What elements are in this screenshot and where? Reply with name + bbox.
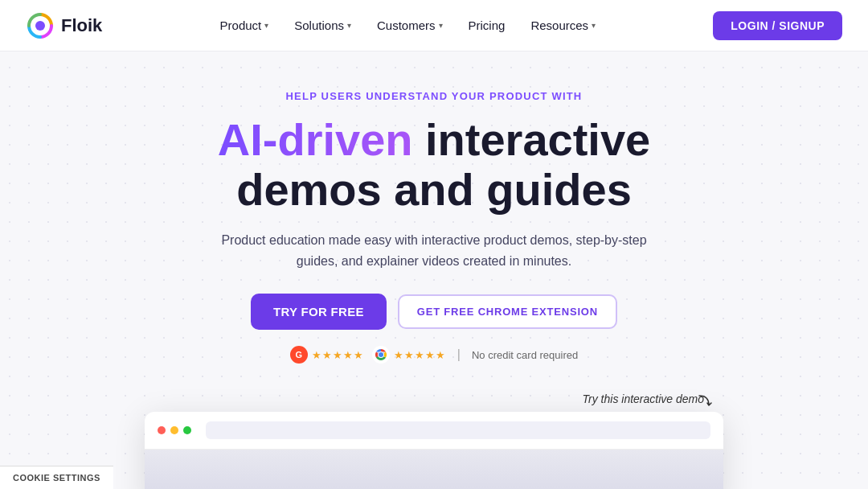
chevron-down-icon: ▾	[439, 21, 443, 30]
try-demo-wrapper: Try this interactive demo	[145, 376, 723, 405]
get-chrome-extension-button[interactable]: GET FREE CHROME EXTENSION	[398, 294, 617, 329]
browser-dot-green	[183, 426, 191, 434]
try-demo-label: Try this interactive demo	[583, 392, 704, 405]
demo-browser-window	[145, 412, 723, 489]
svg-point-5	[379, 352, 383, 357]
logo-text: Floik	[61, 15, 102, 36]
hero-subtitle: Product education made easy with interac…	[209, 230, 659, 271]
chevron-down-icon: ▾	[347, 21, 351, 30]
nav-links: Product ▾ Solutions ▾ Customers ▾ Pricin…	[209, 12, 608, 39]
ratings-divider: |	[457, 347, 461, 362]
hero-title-gradient: AI-driven	[218, 114, 413, 165]
no-credit-card-text: No credit card required	[472, 349, 578, 361]
logo-link[interactable]: Floik	[26, 11, 102, 40]
try-for-free-button[interactable]: TRY FOR FREE	[251, 294, 387, 330]
chrome-rating: ★★★★★	[372, 346, 446, 364]
floik-logo-icon	[26, 11, 55, 40]
g2-stars: ★★★★★	[312, 349, 364, 361]
cookie-settings-bar[interactable]: COOKIE SETTINGS	[0, 466, 113, 489]
browser-bar	[145, 412, 723, 450]
chevron-down-icon: ▾	[264, 21, 268, 30]
svg-point-1	[35, 21, 45, 31]
nav-item-resources[interactable]: Resources ▾	[519, 12, 607, 39]
login-signup-button[interactable]: LOGIN / SIGNUP	[713, 11, 842, 40]
nav-item-pricing[interactable]: Pricing	[457, 12, 517, 39]
hero-buttons: TRY FOR FREE GET FREE CHROME EXTENSION	[251, 294, 617, 330]
try-demo-arrow-icon	[696, 392, 715, 412]
nav-item-solutions[interactable]: Solutions ▾	[283, 12, 362, 39]
hero-section: HELP USERS UNDERSTAND YOUR PRODUCT WITH …	[0, 51, 868, 489]
browser-dot-yellow	[170, 426, 178, 434]
navbar: Floik Product ▾ Solutions ▾ Customers ▾ …	[0, 0, 868, 51]
demo-content-area	[145, 450, 723, 489]
chrome-stars: ★★★★★	[394, 349, 446, 361]
g2-rating: G ★★★★★	[290, 346, 364, 364]
chevron-down-icon: ▾	[592, 21, 596, 30]
browser-dot-red	[158, 426, 166, 434]
chrome-icon	[372, 346, 390, 364]
nav-item-customers[interactable]: Customers ▾	[366, 12, 454, 39]
nav-item-product[interactable]: Product ▾	[209, 12, 280, 39]
hero-eyebrow: HELP USERS UNDERSTAND YOUR PRODUCT WITH	[286, 90, 583, 102]
hero-title: AI-driven interactive demos and guides	[218, 115, 650, 214]
ratings-row: G ★★★★★ ★★★★★ | No credit	[290, 346, 578, 364]
g2-badge-icon: G	[290, 346, 308, 364]
browser-url-bar	[206, 421, 710, 439]
